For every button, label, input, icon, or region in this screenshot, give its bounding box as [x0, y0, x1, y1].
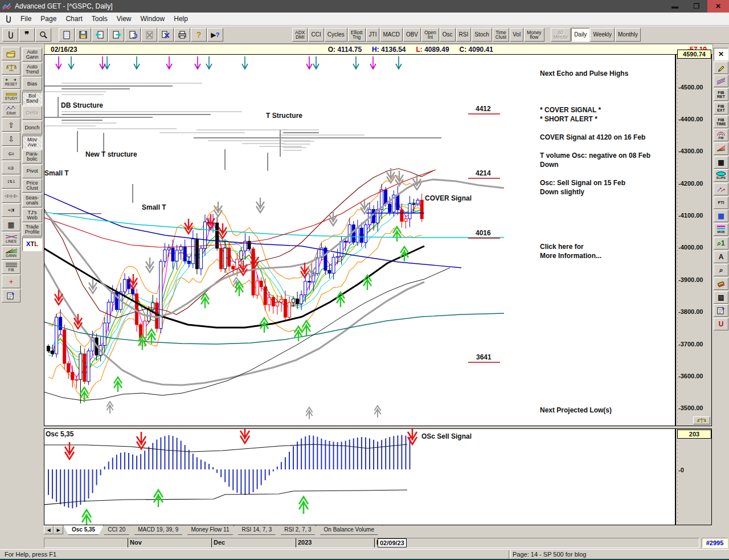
minimize-button[interactable]: ▬: [664, 0, 686, 13]
fib-time-button[interactable]: FIB TIME: [714, 116, 728, 128]
page-prev-button[interactable]: [92, 28, 108, 42]
tab-cci-20[interactable]: CCI 20: [99, 525, 134, 535]
indicator-macd[interactable]: MACD: [380, 28, 402, 42]
bol-band-button[interactable]: Bol Band: [22, 92, 42, 105]
gann-button[interactable]: GANN: [2, 246, 21, 260]
clip-button[interactable]: [2, 28, 18, 42]
page-next-button[interactable]: [108, 28, 124, 42]
scroll-down-button[interactable]: ⇩: [2, 132, 21, 146]
trade-profile-button[interactable]: Trade Profile: [22, 223, 42, 236]
properties-button[interactable]: [2, 289, 21, 303]
indicator-osc[interactable]: Osc: [440, 28, 456, 42]
eraser-tool-button[interactable]: [714, 277, 728, 290]
find-bar-tool-button[interactable]: ⌕1: [714, 237, 728, 250]
indicator-adx-dmi[interactable]: ADX DMI: [292, 28, 308, 42]
price-clust-button[interactable]: Price Clust: [22, 179, 42, 193]
price-chart-panel[interactable]: 4412421440163641DB StructureT StructureN…: [44, 54, 675, 426]
page-copy-button[interactable]: [158, 28, 174, 42]
pti-tool-button[interactable]: PTI: [714, 197, 728, 209]
auto-gann-button[interactable]: Auto Gann: [22, 48, 42, 62]
seasonals-button[interactable]: Seas- onals: [22, 194, 42, 207]
tab-macd-19-39-9[interactable]: MACD 19, 39, 9: [129, 525, 187, 535]
delete-tool-button[interactable]: ✕: [714, 48, 728, 60]
elliott-button[interactable]: Elliott: [2, 104, 21, 117]
fib-circle-button[interactable]: FIB: [714, 129, 728, 141]
fan-tool-button[interactable]: [714, 142, 728, 155]
text-tool-button[interactable]: A: [714, 251, 728, 263]
lines-button[interactable]: LINES: [2, 232, 21, 246]
scroll-left-button[interactable]: ⇦: [2, 146, 21, 160]
page-delete-disabled-button[interactable]: [141, 28, 157, 42]
new-page-button[interactable]: [59, 28, 75, 42]
study-button[interactable]: STUDY: [2, 89, 21, 103]
sketch-tool-button[interactable]: [714, 183, 728, 195]
xtl-button[interactable]: XTL: [22, 238, 42, 251]
menu-chart[interactable]: Chart: [61, 14, 87, 24]
zoom-tool-button[interactable]: ⌕: [714, 264, 728, 276]
crosshair-button[interactable]: ＋: [2, 275, 21, 288]
save-button[interactable]: [75, 28, 91, 42]
context-help-button[interactable]: ▶?: [207, 28, 223, 42]
fib-extension-button[interactable]: FIB EXT: [714, 102, 728, 115]
title-bar[interactable]: Advanced GET - [^GSPC, Daily] ▬ ❐ ✕: [0, 0, 729, 13]
menu-file[interactable]: File: [16, 14, 36, 24]
pattern-tool-button[interactable]: ▨: [714, 291, 728, 304]
mob-tool-button[interactable]: MOB: [714, 223, 728, 236]
notes-tool-button[interactable]: [714, 304, 728, 317]
delta-button[interactable]: Delta: [22, 106, 42, 120]
timeframe-60-minute[interactable]: 60 Minute: [551, 28, 571, 42]
auto-trend-button[interactable]: Auto Trend: [22, 63, 42, 76]
parabolic-button[interactable]: Para- bolic: [22, 150, 42, 163]
fib-button[interactable]: FIB: [2, 260, 21, 274]
timeframe-weekly[interactable]: Weekly: [590, 28, 615, 42]
restore-button[interactable]: ❐: [686, 0, 707, 13]
open-chart-button[interactable]: [2, 47, 21, 60]
grid-tool-button[interactable]: ▦: [714, 156, 728, 169]
quotes-button[interactable]: ❞: [19, 28, 35, 42]
more-information-link[interactable]: More Information...: [540, 252, 601, 260]
split-screen-button[interactable]: ≑|⧗: [2, 203, 21, 217]
timeframe-monthly[interactable]: Monthly: [615, 28, 641, 42]
donch-button[interactable]: Donch: [22, 121, 42, 134]
scroll-up-button[interactable]: ⇧: [2, 118, 21, 132]
tab-scroll-right-button[interactable]: ▶: [54, 526, 63, 534]
blue-grid-tool-button[interactable]: ▦: [714, 210, 728, 222]
bias-button[interactable]: Bias: [22, 77, 42, 91]
menu-window[interactable]: Window: [136, 14, 170, 24]
close-button[interactable]: ✕: [707, 0, 729, 13]
timeframe-daily[interactable]: Daily: [571, 28, 589, 42]
bar-compress-button[interactable]: ◁▷|◁▷: [2, 189, 21, 203]
date-marker[interactable]: 02/09/23: [378, 538, 407, 547]
tab-osc-5-35[interactable]: Osc 5,35: [63, 525, 104, 535]
oscillator-panel[interactable]: Osc 5,35OSc Sell Signal: [44, 428, 675, 525]
page-rotate-button[interactable]: [125, 28, 141, 42]
bar-spacing-button[interactable]: 1⇅1: [2, 175, 21, 189]
time-axis[interactable]: NovDec2023Fe02/09/23: [44, 538, 699, 548]
magnifier-button[interactable]: [35, 28, 51, 42]
scroll-right-button[interactable]: ⇨: [2, 161, 21, 174]
more-information-link[interactable]: Click here for: [540, 243, 584, 251]
menu-page[interactable]: Page: [36, 14, 61, 24]
tab-rsi-2-7-3[interactable]: RSI 2, 7, 3: [276, 525, 320, 535]
compare-button[interactable]: [2, 61, 21, 75]
ellipse-tool-button[interactable]: ELIPS: [714, 169, 728, 182]
trendlines-tool-button[interactable]: [714, 75, 728, 87]
pencil-tool-button[interactable]: [714, 62, 728, 74]
price-axis[interactable]: 4590.74 -4500.00-4400.00-4300.00-4200.00…: [675, 54, 712, 426]
indicator-open-int[interactable]: Open Int: [421, 28, 439, 42]
indicator-time-clust[interactable]: Time Clust: [493, 28, 509, 42]
help-button[interactable]: ?: [191, 28, 207, 42]
indicator-elliott-trig[interactable]: Elliott Trig: [348, 28, 366, 42]
indicator-vol[interactable]: Vol: [510, 28, 523, 42]
tab-money-flow-11[interactable]: Money Flow 11: [182, 525, 237, 535]
magnet-tool-button[interactable]: U: [714, 318, 728, 330]
menu-tools[interactable]: Tools: [87, 14, 112, 24]
indicator-rsi[interactable]: RSI: [456, 28, 472, 42]
oscillator-axis[interactable]: 203 -0: [675, 428, 712, 525]
tab-scroll-left-button[interactable]: ◀: [44, 526, 54, 534]
print-button[interactable]: [174, 28, 190, 42]
tab-rsi-14-7-3[interactable]: RSI 14, 7, 3: [234, 525, 281, 535]
fib-retracement-button[interactable]: FIB RET: [714, 88, 728, 101]
indicator-jti[interactable]: JTI: [366, 28, 380, 42]
menu-help[interactable]: Help: [169, 14, 193, 24]
